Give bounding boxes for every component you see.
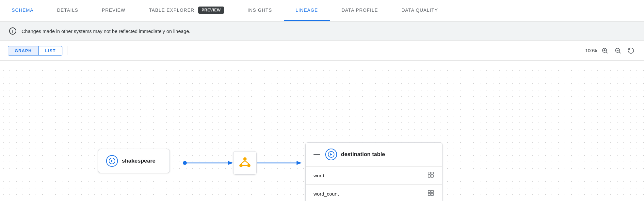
field-icon-word-count [427, 189, 434, 198]
svg-rect-25 [428, 190, 430, 193]
svg-rect-28 [431, 193, 433, 196]
svg-line-3 [606, 52, 607, 53]
destination-node-header: destination table [306, 143, 442, 166]
zoom-in-button[interactable] [600, 45, 610, 56]
info-banner: i Changes made in other systems may not … [0, 22, 644, 41]
svg-line-18 [245, 161, 249, 164]
svg-rect-22 [431, 172, 433, 174]
toolbar: GRAPH LIST 100% [0, 41, 644, 61]
field-name-word-count: word_count [314, 191, 339, 197]
toolbar-divider [68, 46, 68, 55]
tab-data-profile[interactable]: DATA PROFILE [330, 0, 390, 21]
transform-icon [238, 156, 252, 170]
svg-rect-26 [431, 190, 433, 193]
field-row-word[interactable]: word [306, 167, 442, 185]
preview-chip: PREVIEW [198, 7, 224, 14]
shakespeare-node-icon [106, 155, 118, 167]
lineage-canvas[interactable]: shakespeare destination table [0, 61, 644, 201]
bigquery-icon [108, 157, 116, 165]
dest-separator [314, 154, 320, 155]
list-toggle-btn[interactable]: LIST [38, 46, 62, 55]
svg-rect-24 [431, 175, 433, 177]
tab-details[interactable]: DETAILS [45, 0, 90, 21]
zoom-out-button[interactable] [613, 45, 623, 56]
destination-fields: word word_count [306, 166, 442, 201]
shakespeare-node[interactable]: shakespeare [98, 149, 170, 173]
tab-preview[interactable]: PREVIEW [90, 0, 137, 21]
info-text: Changes made in other systems may not be… [22, 28, 190, 34]
svg-marker-12 [297, 161, 302, 165]
svg-point-14 [243, 157, 247, 161]
destination-node-icon [325, 149, 337, 160]
svg-rect-27 [428, 193, 430, 196]
shakespeare-node-label: shakespeare [122, 158, 155, 164]
destination-node-label: destination table [341, 151, 385, 158]
info-icon: i [9, 27, 16, 35]
tab-insights[interactable]: INSIGHTS [236, 0, 284, 21]
graph-toggle-btn[interactable]: GRAPH [8, 46, 38, 55]
svg-line-17 [241, 161, 245, 164]
destination-node[interactable]: destination table word word_count [305, 142, 443, 201]
tab-lineage[interactable]: LINEAGE [284, 0, 330, 21]
tab-table-explorer[interactable]: TABLE EXPLORER PREVIEW [137, 0, 236, 21]
svg-point-8 [183, 161, 187, 165]
zoom-controls: 100% [585, 45, 636, 56]
zoom-reset-button[interactable] [626, 45, 636, 56]
transform-node[interactable] [233, 151, 257, 175]
dest-bigquery-icon [328, 151, 335, 158]
tab-schema[interactable]: SCHEMA [0, 0, 45, 21]
tab-data-quality[interactable]: DATA QUALITY [390, 0, 450, 21]
field-row-word-count[interactable]: word_count [306, 185, 442, 201]
svg-marker-9 [228, 161, 233, 165]
zoom-level: 100% [585, 48, 597, 53]
view-toggle-group: GRAPH LIST [8, 46, 62, 56]
svg-rect-23 [428, 175, 430, 177]
field-name-word: word [314, 173, 324, 178]
tab-bar: SCHEMA DETAILS PREVIEW TABLE EXPLORER PR… [0, 0, 644, 22]
svg-line-6 [619, 52, 620, 53]
svg-rect-21 [428, 172, 430, 174]
field-icon-word [427, 171, 434, 180]
